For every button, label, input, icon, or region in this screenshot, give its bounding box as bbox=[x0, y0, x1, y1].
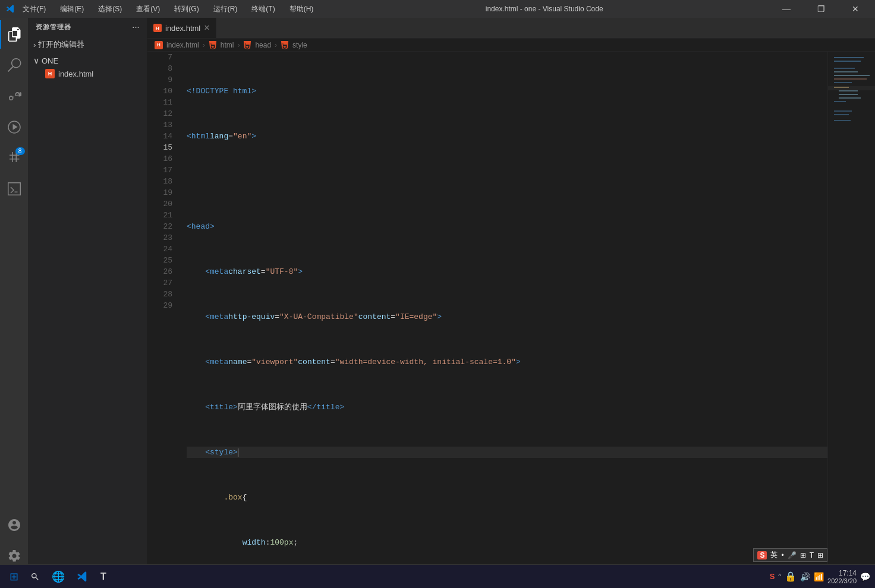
activity-extensions-icon[interactable]: 8 bbox=[0, 144, 29, 172]
minimap-svg bbox=[828, 52, 875, 408]
extension-badge: 8 bbox=[15, 147, 25, 155]
chevron-down-icon: ∨ bbox=[33, 56, 39, 65]
code-line-17: width: 100px; bbox=[187, 537, 827, 548]
menu-view[interactable]: 查看(V) bbox=[134, 3, 162, 15]
sidebar-title: 资源管理器 bbox=[36, 23, 71, 31]
taskbar-search[interactable] bbox=[26, 566, 45, 587]
tray-wifi-icon[interactable]: 📶 bbox=[814, 572, 824, 581]
close-button[interactable]: ✕ bbox=[842, 0, 869, 18]
start-button[interactable]: ⊞ bbox=[5, 566, 23, 587]
vscode-taskbar-icon bbox=[77, 571, 89, 583]
menu-select[interactable]: 选择(S) bbox=[96, 3, 124, 15]
text-cursor bbox=[238, 448, 239, 457]
file-index-html[interactable]: H index.html bbox=[29, 67, 147, 80]
window-title: index.html - one - Visual Studio Code bbox=[486, 5, 603, 13]
sidebar: 资源管理器 ··· › 打开的编辑器 ∨ ONE H index.html bbox=[29, 18, 147, 575]
activity-account-icon[interactable] bbox=[0, 511, 29, 539]
tab-html-icon: H bbox=[153, 24, 162, 32]
chrome-icon: 🌐 bbox=[52, 570, 65, 583]
ime-mode-label: 英 bbox=[770, 550, 778, 560]
sidebar-menu-icon[interactable]: ··· bbox=[133, 24, 140, 31]
ime-brand-icon: S bbox=[757, 551, 767, 559]
main-layout: 8 资源管理器 ··· › 打开的编辑器 ∨ bbox=[0, 18, 875, 575]
system-tray: S ^ 🔒 🔊 📶 bbox=[770, 571, 824, 582]
search-icon bbox=[30, 572, 40, 581]
vscode-logo-icon bbox=[6, 4, 15, 14]
ime-settings-icon: T bbox=[810, 551, 814, 559]
activity-source-control-icon[interactable] bbox=[0, 82, 29, 110]
activity-terminal-icon[interactable] bbox=[0, 175, 29, 203]
tray-csdn-icon[interactable]: S bbox=[770, 572, 775, 581]
maximize-button[interactable]: ❐ bbox=[807, 0, 835, 18]
activity-run-debug-icon[interactable] bbox=[0, 113, 29, 141]
sidebar-header: 资源管理器 ··· bbox=[29, 18, 147, 36]
windows-icon: ⊞ bbox=[10, 570, 18, 583]
html-tag-icon-2 bbox=[281, 41, 289, 49]
minimize-button[interactable]: — bbox=[773, 0, 800, 18]
tray-caret-icon: ^ bbox=[778, 573, 781, 580]
taskbar-vscode[interactable] bbox=[72, 566, 93, 587]
minimap bbox=[827, 52, 875, 575]
code-line-15: <style> bbox=[187, 447, 827, 458]
ime-keyboard-icon: ⊞ bbox=[800, 551, 806, 559]
breadcrumb-item-0[interactable]: index.html bbox=[166, 41, 199, 49]
ime-voice-icon: 🎤 bbox=[788, 551, 797, 559]
clock-date: 2022/3/20 bbox=[827, 577, 857, 584]
editor-area: H index.html × H index.html › html › hea… bbox=[147, 18, 875, 575]
code-line-16: .box { bbox=[187, 492, 827, 503]
taskbar-right: S ^ 🔒 🔊 📶 17:14 2022/3/20 💬 bbox=[770, 569, 870, 584]
tray-volume-icon[interactable]: 🔊 bbox=[800, 572, 810, 581]
folder-one[interactable]: ∨ ONE bbox=[29, 54, 147, 67]
code-line-7: <!DOCTYPE html> bbox=[187, 86, 827, 97]
chevron-right-icon: › bbox=[33, 40, 36, 49]
taskbar-clock[interactable]: 17:14 2022/3/20 bbox=[827, 569, 857, 584]
breadcrumb-sep-0: › bbox=[203, 41, 205, 49]
tab-index-html[interactable]: H index.html × bbox=[147, 18, 216, 38]
html-tag-icon-1 bbox=[243, 41, 251, 49]
menu-help[interactable]: 帮助(H) bbox=[287, 3, 316, 15]
file-name: index.html bbox=[58, 69, 93, 78]
breadcrumb-item-2[interactable]: head bbox=[255, 41, 271, 49]
menu-file[interactable]: 文件(F) bbox=[20, 3, 48, 15]
title-bar: 文件(F) 编辑(E) 选择(S) 查看(V) 转到(G) 运行(R) 终端(T… bbox=[0, 0, 875, 18]
ime-toolbar: S 英 • 🎤 ⊞ T ⊞ bbox=[753, 548, 827, 562]
menu-terminal[interactable]: 终端(T) bbox=[249, 3, 277, 15]
title-bar-right: — ❐ ✕ bbox=[773, 0, 869, 18]
activity-explorer-icon[interactable] bbox=[0, 20, 29, 49]
taskbar-notification-icon[interactable]: 💬 bbox=[860, 572, 870, 581]
breadcrumb-sep-1: › bbox=[237, 41, 240, 49]
breadcrumb-item-3[interactable]: style bbox=[292, 41, 307, 49]
breadcrumb: H index.html › html › head › style bbox=[147, 39, 875, 52]
activity-bar: 8 bbox=[0, 18, 29, 575]
menu-edit[interactable]: 编辑(E) bbox=[58, 3, 86, 15]
ime-mic-icon: • bbox=[781, 551, 783, 559]
code-line-10: <head> bbox=[187, 221, 827, 232]
breadcrumb-item-1[interactable]: html bbox=[221, 41, 234, 49]
open-editors-folder[interactable]: › 打开的编辑器 bbox=[29, 37, 147, 52]
tab-bar: H index.html × bbox=[147, 18, 875, 39]
code-line-11: <meta charset="UTF-8"> bbox=[187, 266, 827, 277]
tray-network-icon[interactable]: 🔒 bbox=[785, 571, 797, 582]
open-editors-section: › 打开的编辑器 bbox=[29, 36, 147, 53]
svg-rect-1 bbox=[828, 52, 875, 408]
html-tag-icon-0 bbox=[209, 41, 217, 49]
folder-section: ∨ ONE H index.html bbox=[29, 53, 147, 81]
open-editors-label: 打开的编辑器 bbox=[38, 39, 84, 50]
breadcrumb-html-icon: H bbox=[155, 41, 163, 49]
html-file-icon: H bbox=[45, 69, 55, 78]
tab-close-button[interactable]: × bbox=[204, 23, 209, 33]
code-line-14: <title>阿里字体图标的使用</title> bbox=[187, 402, 827, 413]
taskbar: ⊞ 🌐 T S ^ 🔒 🔊 📶 17:14 2022/3/20 bbox=[0, 564, 875, 588]
title-bar-menu: 文件(F) 编辑(E) 选择(S) 查看(V) 转到(G) 运行(R) 终端(T… bbox=[20, 3, 316, 15]
taskbar-chrome[interactable]: 🌐 bbox=[47, 566, 70, 587]
menu-run[interactable]: 运行(R) bbox=[211, 3, 240, 15]
activity-search-icon[interactable] bbox=[0, 51, 29, 80]
taskbar-terminal[interactable]: T bbox=[96, 566, 111, 587]
menu-goto[interactable]: 转到(G) bbox=[172, 3, 201, 15]
code-editor[interactable]: 7 8 9 10 11 12 13 14 15 16 17 18 19 20 2… bbox=[147, 52, 875, 575]
ime-extra-icon: ⊞ bbox=[817, 551, 823, 559]
tab-label: index.html bbox=[165, 24, 200, 33]
code-content[interactable]: <!DOCTYPE html> <html lang="en"> <head> … bbox=[177, 52, 827, 575]
title-bar-left: 文件(F) 编辑(E) 选择(S) 查看(V) 转到(G) 运行(R) 终端(T… bbox=[6, 3, 316, 15]
code-line-8: <html lang="en"> bbox=[187, 131, 827, 142]
